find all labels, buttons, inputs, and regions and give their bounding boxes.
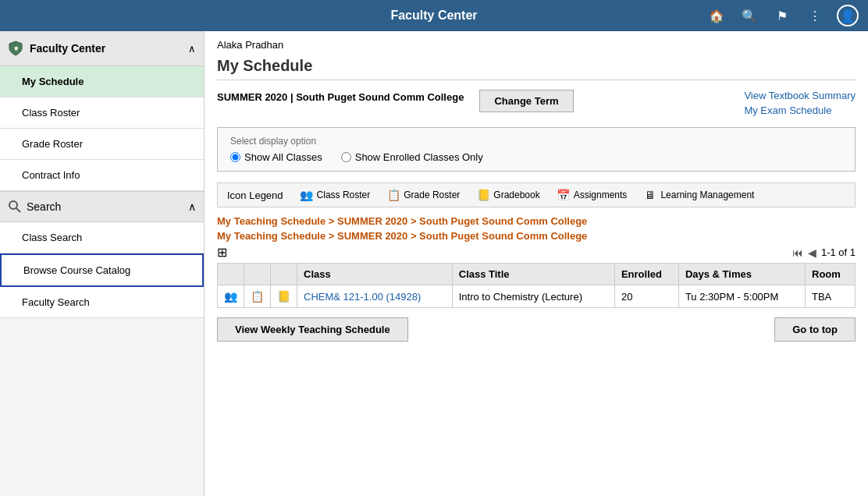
schedule-info-row: SUMMER 2020 | South Puget Sound Comm Col… (217, 90, 856, 116)
teaching-link-2[interactable]: My Teaching Schedule > SUMMER 2020 > Sou… (217, 230, 856, 242)
class-roster-legend-icon: 👥 (301, 189, 313, 201)
col-room: Room (806, 264, 856, 285)
svg-line-2 (16, 208, 20, 212)
col-class-title: Class Title (452, 264, 614, 285)
row-gradebook-icon[interactable]: 📒 (277, 290, 290, 303)
sidebar-item-faculty-search[interactable]: Faculty Search (0, 287, 204, 318)
shield-icon: ⚜ (8, 41, 23, 56)
row-icon1-cell: 👥 (218, 285, 244, 308)
sidebar-item-contract-info[interactable]: Contract Info (0, 160, 204, 191)
col-days-times: Days & Times (678, 264, 805, 285)
user-circle-icon[interactable]: 👤 (837, 5, 859, 27)
table-row: 👥 📋 📒 CHEM& 121-1.00 (14928) Intro to Ch… (218, 285, 856, 308)
view-textbook-link[interactable]: View Textbook Summary (744, 90, 856, 101)
sidebar-item-class-search[interactable]: Class Search (0, 222, 204, 253)
term-info: SUMMER 2020 | South Puget Sound Comm Col… (217, 90, 464, 105)
view-weekly-schedule-button[interactable]: View Weekly Teaching Schedule (217, 317, 408, 342)
col-icon1 (218, 264, 244, 285)
prev-page-btn[interactable]: ◀ (808, 246, 816, 259)
more-options-icon[interactable]: ⋮ (804, 5, 826, 27)
top-header: Faculty Center 🏠 🔍 ⚑ ⋮ 👤 (0, 0, 868, 31)
sidebar-item-browse-course-catalog[interactable]: Browse Course Catalog (0, 253, 204, 287)
class-link[interactable]: CHEM& 121-1.00 (14928) (304, 291, 421, 303)
home-icon[interactable]: 🏠 (706, 5, 727, 27)
row-days-times-cell: Tu 2:30PM - 5:00PM (678, 285, 805, 308)
sidebar-faculty-center-header[interactable]: ⚜ Faculty Center ∧ (0, 31, 204, 66)
change-term-button[interactable]: Change Term (479, 90, 573, 112)
row-icon3-cell: 📒 (271, 285, 297, 308)
header-icons: 🏠 🔍 ⚑ ⋮ 👤 (706, 5, 859, 27)
col-enrolled: Enrolled (614, 264, 678, 285)
table-header-row: Class Class Title Enrolled Days & Times … (218, 264, 856, 285)
teaching-link-1[interactable]: My Teaching Schedule > SUMMER 2020 > Sou… (217, 215, 856, 227)
display-option-label: Select display option (230, 136, 842, 147)
sidebar-search-collapse-icon[interactable]: ∧ (188, 200, 196, 213)
sidebar-item-class-roster[interactable]: Class Roster (0, 97, 204, 129)
app-title: Faculty Center (390, 9, 477, 23)
display-option-box: Select display option Show All Classes S… (217, 127, 856, 172)
row-class-title-cell: Intro to Chemistry (Lecture) (452, 285, 614, 308)
flag-icon[interactable]: ⚑ (771, 5, 793, 27)
gradebook-legend-icon: 📒 (477, 189, 489, 201)
learning-mgmt-legend-item[interactable]: 🖥 Learning Management (644, 189, 754, 201)
page-title: My Schedule (217, 57, 856, 80)
links-block: View Textbook Summary My Exam Schedule (744, 90, 856, 116)
show-enrolled-only-radio[interactable]: Show Enrolled Classes Only (341, 151, 483, 163)
search-icon[interactable]: 🔍 (738, 5, 760, 27)
sidebar-faculty-center-label: Faculty Center (30, 42, 105, 55)
icon-legend-bar: Icon Legend 👥 Class Roster 📋 Grade Roste… (217, 182, 856, 207)
pagination-label: 1-1 of 1 (821, 246, 856, 258)
my-exam-schedule-link[interactable]: My Exam Schedule (744, 105, 856, 116)
col-class: Class (297, 264, 453, 285)
table-controls: ⊞ ⏮ ◀ 1-1 of 1 (217, 245, 856, 260)
row-class-cell: CHEM& 121-1.00 (14928) (297, 285, 453, 308)
row-class-roster-icon[interactable]: 👥 (224, 290, 237, 303)
icon-legend-label: Icon Legend (227, 190, 283, 201)
content-area: Alaka Pradhan My Schedule SUMMER 2020 | … (205, 31, 868, 496)
sidebar: ⚜ Faculty Center ∧ My Schedule Class Ros… (0, 31, 205, 496)
assignments-legend-item[interactable]: 📅 Assignments (557, 189, 628, 201)
table-view-icon[interactable]: ⊞ (217, 245, 227, 260)
show-enrolled-radio-input[interactable] (341, 152, 351, 162)
radio-group: Show All Classes Show Enrolled Classes O… (230, 151, 842, 163)
row-enrolled-cell: 20 (614, 285, 678, 308)
bottom-buttons: View Weekly Teaching Schedule Go to top (217, 317, 856, 342)
svg-text:⚜: ⚜ (13, 45, 19, 52)
show-all-radio-input[interactable] (230, 152, 240, 162)
grade-roster-legend-icon: 📋 (387, 189, 400, 201)
first-page-btn[interactable]: ⏮ (792, 246, 803, 259)
row-grade-roster-icon[interactable]: 📋 (251, 290, 264, 303)
assignments-legend-icon: 📅 (557, 189, 570, 201)
learning-mgmt-legend-icon: 🖥 (644, 189, 656, 201)
main-layout: ⚜ Faculty Center ∧ My Schedule Class Ros… (0, 31, 868, 496)
sidebar-item-my-schedule[interactable]: My Schedule (0, 66, 204, 97)
gradebook-legend-item[interactable]: 📒 Gradebook (477, 189, 539, 201)
term-label: SUMMER 2020 | South Puget Sound Comm Col… (217, 90, 464, 105)
row-icon2-cell: 📋 (244, 285, 271, 308)
go-to-top-button[interactable]: Go to top (774, 317, 856, 342)
show-all-classes-radio[interactable]: Show All Classes (230, 151, 322, 163)
schedule-table: Class Class Title Enrolled Days & Times … (217, 263, 856, 308)
pagination: ⏮ ◀ 1-1 of 1 (792, 246, 856, 259)
col-icon2 (244, 264, 271, 285)
svg-point-1 (9, 201, 17, 209)
row-room-cell: TBA (806, 285, 856, 308)
user-name: Alaka Pradhan (217, 39, 856, 51)
class-roster-legend-item[interactable]: 👥 Class Roster (301, 189, 371, 201)
grade-roster-legend-item[interactable]: 📋 Grade Roster (387, 189, 460, 201)
col-icon3 (271, 264, 297, 285)
sidebar-faculty-center-collapse-icon[interactable]: ∧ (188, 43, 196, 55)
sidebar-search-header[interactable]: Search ∧ (0, 191, 204, 222)
sidebar-item-grade-roster[interactable]: Grade Roster (0, 129, 204, 160)
search-nav-icon (8, 200, 22, 214)
